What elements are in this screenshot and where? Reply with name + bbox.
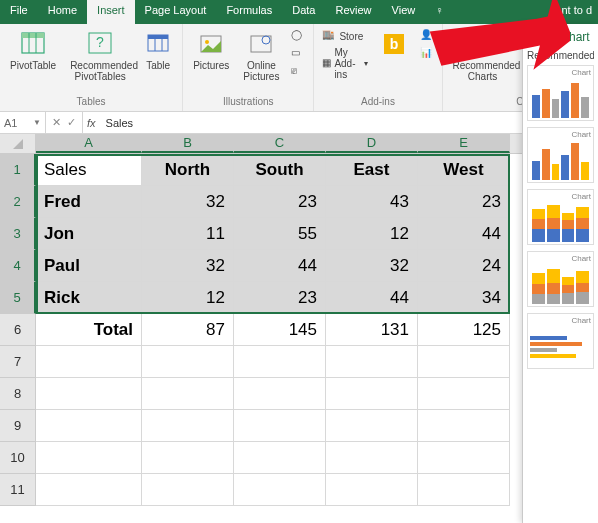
cell[interactable] [36,378,142,410]
cell-b1[interactable]: North [142,154,234,186]
cell-a6[interactable]: Total [36,314,142,346]
enter-icon[interactable]: ✓ [67,116,76,129]
row-header-4[interactable]: 4 [0,250,36,282]
row-header-3[interactable]: 3 [0,218,36,250]
cell-a3[interactable]: Jon [36,218,142,250]
tab-page-layout[interactable]: Page Layout [135,0,217,24]
cell[interactable] [234,442,326,474]
select-all-button[interactable] [0,134,36,153]
tab-view[interactable]: View [382,0,426,24]
cell[interactable] [142,410,234,442]
cell-c1[interactable]: South [234,154,326,186]
cell-c4[interactable]: 44 [234,250,326,282]
table-button[interactable]: Table [140,28,176,73]
row-header-9[interactable]: 9 [0,410,36,442]
cell[interactable] [36,346,142,378]
cell[interactable] [418,410,510,442]
cell[interactable] [418,378,510,410]
cell-d5[interactable]: 44 [326,282,418,314]
name-box[interactable]: A1▼ [0,112,46,133]
row-header-10[interactable]: 10 [0,442,36,474]
cell-b3[interactable]: 11 [142,218,234,250]
cell[interactable] [36,442,142,474]
cell[interactable] [326,474,418,506]
row-header-5[interactable]: 5 [0,282,36,314]
cell[interactable] [326,442,418,474]
people-graph-button[interactable]: 👤 [418,28,436,44]
chart-thumb-clustered-2[interactable]: Chart [527,127,594,183]
visio-button[interactable]: 📊 [418,46,436,62]
cell-a4[interactable]: Paul [36,250,142,282]
cell-c5[interactable]: 23 [234,282,326,314]
recommended-charts-button[interactable]: ? Recommended Charts [449,28,517,84]
cell-d1[interactable]: East [326,154,418,186]
cell[interactable] [418,346,510,378]
cell[interactable] [234,474,326,506]
chart-thumb-stacked[interactable]: Chart [527,189,594,245]
cell[interactable] [326,378,418,410]
col-header-c[interactable]: C [234,134,326,153]
col-header-a[interactable]: A [36,134,142,153]
cell-e2[interactable]: 23 [418,186,510,218]
screenshot-button[interactable]: ⎚ [289,64,307,80]
cell[interactable] [36,410,142,442]
cell[interactable] [234,378,326,410]
cell-e5[interactable]: 34 [418,282,510,314]
cell-b2[interactable]: 32 [142,186,234,218]
cell[interactable] [234,410,326,442]
col-header-b[interactable]: B [142,134,234,153]
tab-insert[interactable]: Insert [87,0,135,24]
row-header-6[interactable]: 6 [0,314,36,346]
cell-b4[interactable]: 32 [142,250,234,282]
cell-e4[interactable]: 24 [418,250,510,282]
cell[interactable] [326,410,418,442]
cell-d3[interactable]: 12 [326,218,418,250]
cell-e1[interactable]: West [418,154,510,186]
cell[interactable] [418,442,510,474]
row-header-8[interactable]: 8 [0,378,36,410]
row-header-11[interactable]: 11 [0,474,36,506]
col-header-e[interactable]: E [418,134,510,153]
recommended-pivottables-button[interactable]: ? Recommended PivotTables [66,28,134,84]
row-header-1[interactable]: 1 [0,154,36,186]
cell-d6[interactable]: 131 [326,314,418,346]
cell[interactable] [36,474,142,506]
row-header-7[interactable]: 7 [0,346,36,378]
cell-a1[interactable]: Sales [36,154,142,186]
chart-thumb-hbar[interactable]: Chart [527,313,594,369]
tab-data[interactable]: Data [282,0,325,24]
cell-c2[interactable]: 23 [234,186,326,218]
cell[interactable] [142,346,234,378]
cell[interactable] [418,474,510,506]
tab-formulas[interactable]: Formulas [216,0,282,24]
col-header-d[interactable]: D [326,134,418,153]
cell-a2[interactable]: Fred [36,186,142,218]
cell-e6[interactable]: 125 [418,314,510,346]
chart-thumb-stacked-2[interactable]: Chart [527,251,594,307]
online-pictures-button[interactable]: Online Pictures [239,28,283,84]
fx-label[interactable]: fx [83,112,100,133]
cell[interactable] [234,346,326,378]
tab-home[interactable]: Home [38,0,87,24]
cell-d4[interactable]: 32 [326,250,418,282]
bingmaps-button[interactable]: b [376,28,412,60]
cell-e3[interactable]: 44 [418,218,510,250]
cell-d2[interactable]: 43 [326,186,418,218]
tab-review[interactable]: Review [325,0,381,24]
cell[interactable] [142,474,234,506]
shapes-button[interactable]: ◯ [289,28,307,44]
cell-c3[interactable]: 55 [234,218,326,250]
my-addins-button[interactable]: ▦My Add-ins ▾ [320,46,369,81]
cell[interactable] [142,378,234,410]
cell[interactable] [142,442,234,474]
smartart-button[interactable]: ▭ [289,46,307,62]
tab-file[interactable]: File [0,0,38,24]
cell-b6[interactable]: 87 [142,314,234,346]
cell[interactable] [326,346,418,378]
cell-a5[interactable]: Rick [36,282,142,314]
chart-thumb-clustered[interactable]: Chart [527,65,594,121]
pictures-button[interactable]: Pictures [189,28,233,73]
cell-b5[interactable]: 12 [142,282,234,314]
cancel-icon[interactable]: ✕ [52,116,61,129]
pivottable-button[interactable]: PivotTable [6,28,60,73]
